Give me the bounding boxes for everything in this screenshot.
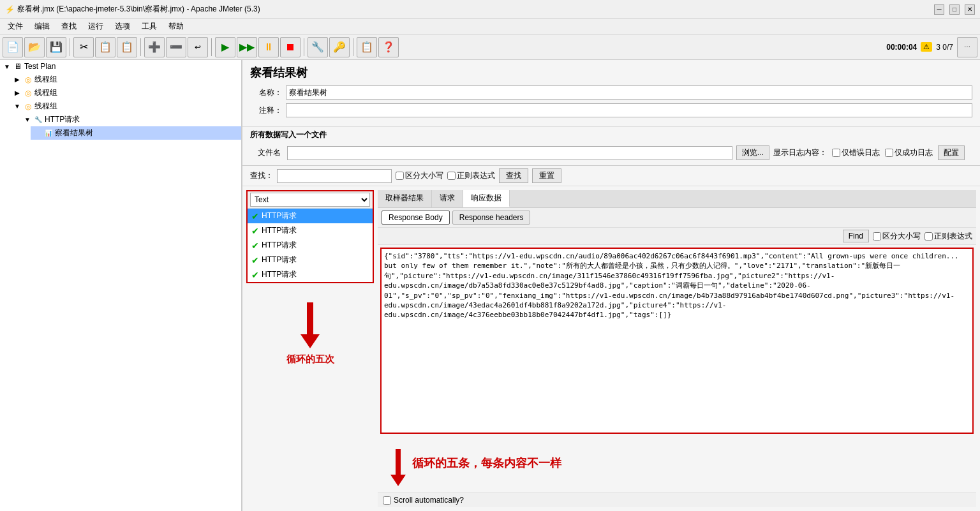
main-layout: ▼ 🖥 Test Plan ▶ ◎ 线程组 ▶ ◎ 线程组 ▼ ◎ 线程组 ▼ … (0, 60, 980, 511)
undo-button[interactable]: ↩ (188, 37, 208, 57)
expand-test-plan[interactable]: ▼ (3, 62, 11, 71)
list-item-4[interactable]: ✔ HTTP请求 (248, 267, 373, 282)
copy-button[interactable]: 📋 (95, 37, 115, 57)
log-controls: 显示日志内容： 仅错误日志 仅成功日志 配置 (773, 145, 965, 160)
scroll-auto-checkbox[interactable] (383, 496, 391, 505)
success-log-checkbox-label: 仅成功日志 (885, 147, 933, 158)
list-item-label-2: HTTP请求 (262, 240, 297, 251)
template-button[interactable]: 🔧 (308, 37, 328, 57)
list-item-0[interactable]: ✔ HTTP请求 (248, 209, 373, 223)
tab-response-data[interactable]: 响应数据 (463, 190, 510, 207)
config-button[interactable]: 配置 (938, 145, 965, 160)
status-icon-1: ✔ (251, 226, 259, 236)
right-annotation-text: 循环的五条，每条内容不一样 (412, 455, 561, 471)
list-button[interactable]: 📋 (357, 37, 377, 57)
response-regex-label: 正则表达式 (924, 231, 972, 242)
response-content[interactable]: {"sid":"3780","tts":"https://v1-edu.wpsc… (380, 248, 974, 434)
section-title: 所有数据写入一个文件 (250, 130, 972, 140)
tree-item-test-plan[interactable]: ▼ 🖥 Test Plan (0, 60, 241, 73)
result-tree-label: 察看结果树 (55, 128, 93, 138)
tree-item-http-request[interactable]: ▼ 🔧 HTTP请求 (20, 113, 241, 126)
menu-tools[interactable]: 工具 (137, 20, 162, 33)
paste-button[interactable]: 📋 (117, 37, 137, 57)
sub-tab-response-headers[interactable]: Response headers (452, 211, 531, 225)
response-case-checkbox[interactable] (873, 232, 881, 241)
browse-button[interactable]: 浏览... (736, 145, 769, 160)
status-icon-4: ✔ (251, 270, 259, 280)
expand-http[interactable]: ▼ (23, 115, 32, 124)
text-format-dropdown[interactable]: Text JSON XML HTML Rendered (250, 193, 370, 207)
case-sensitive-text: 区分大小写 (405, 170, 443, 181)
tab-request[interactable]: 请求 (432, 190, 463, 207)
help-button[interactable]: ❓ (378, 37, 399, 57)
thread-group-1-label: 线程组 (34, 74, 57, 85)
arrow-head-right (390, 475, 406, 486)
search-label: 查找： (250, 170, 273, 181)
start-button[interactable]: ▶ (215, 37, 235, 57)
response-regex-checkbox[interactable] (924, 232, 933, 241)
log-display-label: 显示日志内容： (773, 147, 827, 158)
tree-item-thread-group-3[interactable]: ▼ ◎ 线程组 (10, 100, 241, 113)
separator-4 (304, 38, 304, 56)
warning-badge: ⚠ (921, 42, 932, 52)
case-sensitive-label: 区分大小写 (396, 170, 443, 181)
list-item-1[interactable]: ✔ HTTP请求 (248, 223, 373, 238)
response-case-label: 区分大小写 (873, 231, 921, 242)
regex-checkbox[interactable] (447, 172, 456, 180)
right-arrow-container (390, 449, 406, 486)
pause-button[interactable]: ⏸ (258, 37, 279, 57)
close-button[interactable]: ✕ (965, 4, 975, 15)
reset-button[interactable]: 重置 (532, 168, 561, 183)
expand-thread-1[interactable]: ▶ (13, 75, 22, 84)
keystore-button[interactable]: 🔑 (329, 37, 350, 57)
success-log-checkbox[interactable] (885, 149, 893, 157)
test-plan-label: Test Plan (24, 62, 56, 71)
menu-options[interactable]: 选项 (110, 20, 135, 33)
expand-button[interactable]: ➕ (144, 37, 165, 57)
save-button[interactable]: 💾 (46, 37, 66, 57)
name-input[interactable] (286, 85, 972, 100)
file-input[interactable] (287, 146, 732, 160)
menu-edit[interactable]: 编辑 (29, 20, 55, 33)
list-item-label-1: HTTP请求 (262, 225, 297, 236)
error-log-label: 仅错误日志 (842, 147, 880, 158)
scroll-bottom: Scroll automatically? (378, 492, 976, 507)
menu-file[interactable]: 文件 (3, 20, 28, 33)
list-item-3[interactable]: ✔ HTTP请求 (248, 253, 373, 267)
tree-item-thread-group-2[interactable]: ▶ ◎ 线程组 (10, 86, 241, 100)
collapse-button[interactable]: ➖ (166, 37, 186, 57)
thread-group-2-icon: ◎ (23, 88, 33, 98)
separator-1 (70, 38, 70, 56)
tree-item-thread-group-1[interactable]: ▶ ◎ 线程组 (10, 73, 241, 86)
expand-thread-2[interactable]: ▶ (13, 89, 22, 98)
case-sensitive-checkbox[interactable] (396, 172, 404, 180)
separator-2 (140, 38, 141, 56)
window-title: 察看树.jmx (E:\apache-jmeter-5.3\bin\察看树.jm… (17, 4, 260, 15)
comment-input[interactable] (286, 103, 972, 117)
find-button[interactable]: 查找 (499, 168, 528, 183)
left-annotation-text: 循环的五次 (286, 353, 334, 366)
maximize-button[interactable]: □ (949, 4, 960, 15)
new-button[interactable]: 📄 (3, 37, 23, 57)
search-input[interactable] (277, 169, 392, 183)
error-log-checkbox[interactable] (832, 149, 840, 157)
expand-thread-3[interactable]: ▼ (13, 102, 22, 111)
open-button[interactable]: 📂 (24, 37, 45, 57)
menu-help[interactable]: 帮助 (163, 20, 189, 33)
search-row: 查找： 区分大小写 正则表达式 查找 重置 (242, 166, 980, 186)
more-button[interactable]: ⋯ (957, 37, 977, 57)
cut-button[interactable]: ✂ (73, 37, 94, 57)
find-in-response-button[interactable]: Find (843, 230, 869, 242)
menu-run[interactable]: 运行 (83, 20, 108, 33)
tab-sampler-result[interactable]: 取样器结果 (378, 190, 432, 207)
menu-find[interactable]: 查找 (56, 20, 82, 33)
separator-5 (353, 38, 353, 56)
tree-item-result-tree[interactable]: 📊 察看结果树 (31, 126, 241, 140)
minimize-button[interactable]: ─ (934, 4, 944, 15)
sub-tab-response-body[interactable]: Response Body (382, 211, 450, 225)
list-item-2[interactable]: ✔ HTTP请求 (248, 238, 373, 253)
start-no-pause-button[interactable]: ▶▶ (237, 37, 257, 57)
list-items: ✔ HTTP请求 ✔ HTTP请求 ✔ HTTP请求 ✔ (248, 209, 373, 282)
response-toolbar: Find 区分大小写 正则表达式 (378, 228, 976, 245)
stop-button[interactable]: ⏹ (280, 37, 301, 57)
